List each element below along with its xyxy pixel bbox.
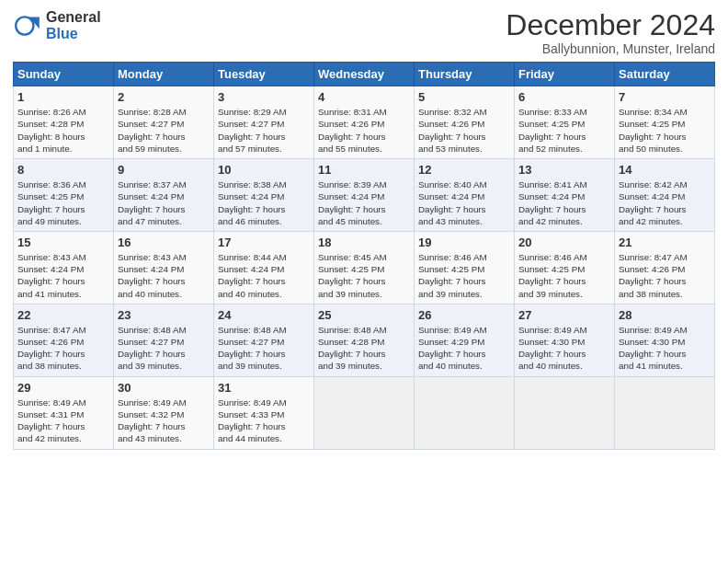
daylight-extra: and 59 minutes. (118, 143, 210, 155)
sunrise-text: Sunrise: 8:44 AM (218, 251, 310, 263)
day-number: 10 (218, 163, 310, 177)
day-number: 14 (619, 163, 711, 177)
daylight-text: Daylight: 7 hours (118, 275, 210, 287)
sunrise-text: Sunrise: 8:43 AM (118, 251, 210, 263)
sunrise-text: Sunrise: 8:32 AM (418, 106, 510, 118)
sunrise-text: Sunrise: 8:28 AM (118, 106, 210, 118)
day-number: 28 (619, 308, 711, 322)
sunrise-text: Sunrise: 8:49 AM (218, 396, 310, 408)
logo-general-text: General (46, 9, 101, 26)
sunset-text: Sunset: 4:24 PM (218, 190, 310, 202)
day-number: 7 (619, 90, 711, 104)
calendar-cell: 29Sunrise: 8:49 AMSunset: 4:31 PMDayligh… (14, 376, 114, 449)
day-number: 3 (218, 90, 310, 104)
daylight-text: Daylight: 7 hours (17, 348, 109, 360)
sunset-text: Sunset: 4:30 PM (619, 336, 711, 348)
calendar-cell: 4Sunrise: 8:31 AMSunset: 4:26 PMDaylight… (314, 86, 415, 159)
calendar-week-row: 29Sunrise: 8:49 AMSunset: 4:31 PMDayligh… (14, 376, 715, 449)
sunset-text: Sunset: 4:25 PM (318, 263, 410, 275)
daylight-text: Daylight: 7 hours (318, 275, 410, 287)
daylight-text: Daylight: 7 hours (218, 203, 310, 215)
daylight-text: Daylight: 7 hours (518, 131, 610, 143)
day-number: 24 (218, 308, 310, 322)
day-number: 17 (218, 236, 310, 249)
header: General Blue December 2024 Ballybunnion,… (13, 9, 715, 56)
sunset-text: Sunset: 4:24 PM (17, 263, 109, 275)
calendar-cell: 20Sunrise: 8:46 AMSunset: 4:25 PMDayligh… (515, 231, 615, 304)
day-number: 29 (17, 381, 109, 395)
sunset-text: Sunset: 4:25 PM (518, 263, 610, 275)
sunset-text: Sunset: 4:33 PM (218, 408, 310, 420)
daylight-text: Daylight: 7 hours (17, 420, 109, 432)
daylight-extra: and 46 minutes. (218, 215, 310, 227)
day-number: 26 (418, 308, 510, 322)
daylight-extra: and 39 minutes. (418, 288, 510, 300)
calendar-cell: 30Sunrise: 8:49 AMSunset: 4:32 PMDayligh… (114, 376, 214, 449)
daylight-extra: and 39 minutes. (518, 288, 610, 300)
daylight-extra: and 39 minutes. (118, 360, 210, 372)
daylight-extra: and 49 minutes. (17, 215, 109, 227)
calendar-cell (415, 376, 515, 449)
logo-icon (13, 11, 42, 40)
daylight-extra: and 44 minutes. (218, 432, 310, 444)
day-number: 19 (418, 236, 510, 249)
day-number: 16 (118, 236, 210, 249)
calendar-week-row: 22Sunrise: 8:47 AMSunset: 4:26 PMDayligh… (14, 304, 715, 376)
daylight-text: Daylight: 7 hours (619, 348, 711, 360)
day-number: 30 (118, 381, 210, 395)
sunset-text: Sunset: 4:32 PM (118, 408, 210, 420)
sunset-text: Sunset: 4:24 PM (118, 190, 210, 202)
sunrise-text: Sunrise: 8:40 AM (418, 178, 510, 190)
daylight-extra: and 42 minutes. (619, 215, 711, 227)
daylight-extra: and 52 minutes. (518, 143, 610, 155)
sunset-text: Sunset: 4:26 PM (619, 263, 711, 275)
daylight-text: Daylight: 7 hours (318, 203, 410, 215)
daylight-extra: and 42 minutes. (518, 215, 610, 227)
day-number: 5 (418, 90, 510, 104)
day-number: 25 (318, 308, 410, 322)
sunset-text: Sunset: 4:25 PM (418, 263, 510, 275)
day-number: 31 (218, 381, 310, 395)
calendar-cell (615, 376, 715, 449)
sunrise-text: Sunrise: 8:47 AM (619, 251, 711, 263)
daylight-text: Daylight: 7 hours (218, 131, 310, 143)
sunrise-text: Sunrise: 8:42 AM (619, 178, 711, 190)
month-title: December 2024 (506, 9, 715, 41)
daylight-text: Daylight: 7 hours (418, 275, 510, 287)
sunset-text: Sunset: 4:24 PM (418, 190, 510, 202)
calendar-cell: 12Sunrise: 8:40 AMSunset: 4:24 PMDayligh… (415, 159, 515, 232)
sunset-text: Sunset: 4:28 PM (17, 118, 109, 130)
calendar-cell: 2Sunrise: 8:28 AMSunset: 4:27 PMDaylight… (114, 86, 214, 159)
sunrise-text: Sunrise: 8:39 AM (318, 178, 410, 190)
sunrise-text: Sunrise: 8:26 AM (17, 106, 109, 118)
daylight-text: Daylight: 7 hours (17, 275, 109, 287)
sunset-text: Sunset: 4:31 PM (17, 408, 109, 420)
calendar-week-row: 8Sunrise: 8:36 AMSunset: 4:25 PMDaylight… (14, 159, 715, 232)
daylight-extra: and 39 minutes. (218, 360, 310, 372)
sunset-text: Sunset: 4:26 PM (17, 336, 109, 348)
daylight-text: Daylight: 7 hours (118, 348, 210, 360)
sunrise-text: Sunrise: 8:41 AM (518, 178, 610, 190)
svg-point-1 (16, 17, 33, 34)
sunset-text: Sunset: 4:24 PM (318, 190, 410, 202)
calendar-week-row: 1Sunrise: 8:26 AMSunset: 4:28 PMDaylight… (14, 86, 715, 159)
daylight-extra: and 1 minute. (17, 143, 109, 155)
daylight-extra: and 38 minutes. (17, 360, 109, 372)
day-number: 23 (118, 308, 210, 322)
logo-blue-text: Blue (46, 26, 101, 42)
calendar-cell (314, 376, 415, 449)
day-number: 4 (318, 90, 410, 104)
calendar-cell: 31Sunrise: 8:49 AMSunset: 4:33 PMDayligh… (214, 376, 314, 449)
daylight-text: Daylight: 7 hours (218, 275, 310, 287)
calendar-cell: 10Sunrise: 8:38 AMSunset: 4:24 PMDayligh… (214, 159, 314, 232)
day-number: 1 (17, 90, 109, 104)
daylight-text: Daylight: 7 hours (518, 348, 610, 360)
calendar-cell: 8Sunrise: 8:36 AMSunset: 4:25 PMDaylight… (14, 159, 114, 232)
calendar-cell: 18Sunrise: 8:45 AMSunset: 4:25 PMDayligh… (314, 231, 415, 304)
sunset-text: Sunset: 4:26 PM (318, 118, 410, 130)
sunrise-text: Sunrise: 8:43 AM (17, 251, 109, 263)
sunrise-text: Sunrise: 8:49 AM (17, 396, 109, 408)
sunset-text: Sunset: 4:26 PM (418, 118, 510, 130)
sunset-text: Sunset: 4:24 PM (118, 263, 210, 275)
daylight-extra: and 41 minutes. (619, 360, 711, 372)
